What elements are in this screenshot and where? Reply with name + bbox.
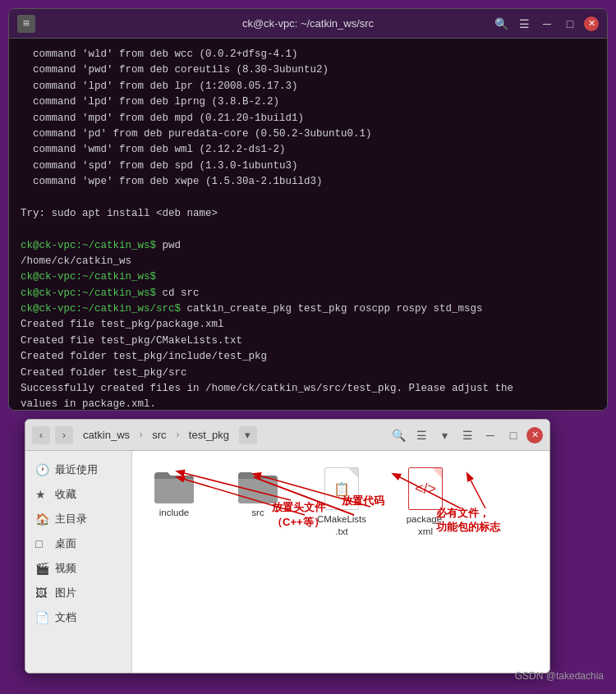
- desktop-icon: □: [35, 537, 48, 550]
- filemanager-window: ‹ › catkin_ws › src › test_pkg ▾ 🔍 ☰ ▾ ☰…: [25, 419, 550, 673]
- sidebar-item-label: 最近使用: [55, 462, 98, 477]
- file-item-cmake[interactable]: 📋 CMakeLists.txt: [312, 467, 371, 538]
- breadcrumb-dropdown[interactable]: ▾: [239, 426, 257, 444]
- terminal-line: Successfully created files in /home/ck/c…: [21, 381, 595, 397]
- sidebar-item-favorites[interactable]: ★ 收藏: [25, 482, 131, 507]
- terminal-line: command 'wld' from deb wcc (0.0.2+dfsg-4…: [21, 47, 595, 62]
- maximize-button[interactable]: □: [561, 15, 579, 33]
- terminal-line: ck@ck-vpc:~/catkin_ws$ pwd: [21, 238, 595, 254]
- maximize-fm-button[interactable]: □: [503, 425, 523, 445]
- terminal-line: Created folder test_pkg/include/test_pkg: [21, 349, 595, 365]
- close-fm-button[interactable]: ✕: [526, 427, 543, 444]
- terminal-line: Created file test_pkg/package.xml: [21, 317, 595, 333]
- minimize-fm-button[interactable]: ─: [480, 425, 500, 445]
- terminal-line: Try: sudo apt install <deb name>: [21, 206, 595, 222]
- back-button[interactable]: ‹: [32, 426, 50, 444]
- terminal-titlebar: ⊞ ck@ck-vpc: ~/catkin_ws/src 🔍 ☰ ─ □ ✕: [9, 9, 607, 39]
- menu-button[interactable]: ☰: [515, 15, 533, 33]
- sidebar-item-label: 视频: [55, 561, 76, 576]
- terminal-line: ck@ck-vpc:~/catkin_ws$ cd src: [21, 286, 595, 301]
- breadcrumb-item-src[interactable]: src: [147, 427, 171, 443]
- file-name-src: src: [251, 507, 264, 519]
- sidebar-item-documents[interactable]: 📄 文档: [25, 605, 131, 630]
- svg-line-9: [467, 474, 485, 508]
- sidebar-item-label: 文档: [55, 610, 76, 625]
- terminal-line: [21, 190, 595, 205]
- recent-icon: 🕐: [35, 463, 48, 476]
- terminal-window: ⊞ ck@ck-vpc: ~/catkin_ws/src 🔍 ☰ ─ □ ✕ c…: [8, 8, 608, 411]
- watermark: GSDN @takedachia: [515, 670, 604, 682]
- sidebar-item-home[interactable]: 🏠 主目录: [25, 507, 131, 531]
- terminal-line: /home/ck/catkin_ws: [21, 254, 595, 269]
- terminal-line: ck@ck-vpc:~/catkin_ws$: [21, 269, 595, 285]
- view-toggle-button[interactable]: ▾: [434, 425, 454, 445]
- sidebar-item-pictures[interactable]: 🖼 图片: [25, 581, 131, 605]
- sidebar-item-label: 图片: [55, 586, 76, 600]
- star-icon: ★: [35, 488, 48, 501]
- breadcrumb-item-testpkg[interactable]: test_pkg: [184, 427, 234, 443]
- terminal-line: command 'mpd' from deb mpd (0.21.20-1bui…: [21, 111, 595, 126]
- view-list-button[interactable]: ☰: [411, 425, 431, 445]
- fm-titlebar: ‹ › catkin_ws › src › test_pkg ▾ 🔍 ☰ ▾ ☰…: [25, 420, 549, 451]
- file-item-src[interactable]: src: [228, 467, 287, 519]
- terminal-icon: ⊞: [17, 15, 35, 33]
- terminal-line: ck@ck-vpc:~/catkin_ws/src$ catkin_create…: [21, 301, 595, 317]
- terminal-line: Created folder test_pkg/src: [21, 365, 595, 381]
- forward-button[interactable]: ›: [55, 426, 73, 444]
- breadcrumb-item-catkin[interactable]: catkin_ws: [78, 427, 135, 443]
- terminal-line: command 'spd' from deb spd (1.3.0-1ubunt…: [21, 159, 595, 174]
- file-item-xml[interactable]: </> package.xml: [396, 467, 455, 538]
- file-item-include[interactable]: include: [145, 467, 204, 519]
- terminal-line: [21, 222, 595, 237]
- sidebar-item-label: 主目录: [55, 512, 87, 526]
- terminal-title: ck@ck-vpc: ~/catkin_ws/src: [242, 17, 374, 30]
- sidebar-item-recent[interactable]: 🕐 最近使用: [25, 457, 131, 482]
- terminal-line: command 'lpd' from deb lpr (1:2008.05.17…: [21, 79, 595, 94]
- home-icon: 🏠: [35, 512, 48, 526]
- fm-sidebar: 🕐 最近使用 ★ 收藏 🏠 主目录 □ 桌面 🎬 视频 🖼 图片: [25, 451, 132, 673]
- terminal-line: command 'wpe' from deb xwpe (1.5.30a-2.1…: [21, 174, 595, 190]
- file-name-xml: package.xml: [407, 513, 445, 538]
- search-tool-button[interactable]: 🔍: [388, 425, 408, 445]
- close-button[interactable]: ✕: [584, 16, 599, 31]
- document-icon: 📄: [35, 611, 48, 624]
- sidebar-item-videos[interactable]: 🎬 视频: [25, 556, 131, 581]
- sidebar-item-label: 桌面: [55, 536, 76, 551]
- terminal-line: command 'wmd' from deb wml (2.12.2-ds1-2…: [21, 142, 595, 158]
- terminal-line: values in package.xml.: [21, 397, 595, 410]
- video-icon: 🎬: [35, 562, 48, 575]
- terminal-line: command 'lpd' from deb lprng (3.8.B-2.2): [21, 94, 595, 110]
- file-name-cmake: CMakeLists.txt: [317, 513, 366, 538]
- breadcrumb: catkin_ws › src › test_pkg ▾: [78, 426, 384, 444]
- menu-tool-button[interactable]: ☰: [457, 425, 477, 445]
- sidebar-item-desktop[interactable]: □ 桌面: [25, 531, 131, 556]
- sidebar-item-label: 收藏: [55, 487, 76, 502]
- folder-icon-include: [153, 467, 195, 503]
- fm-content: include src 📋 CMakeLists.txt: [132, 451, 549, 673]
- terminal-body: command 'wld' from deb wcc (0.0.2+dfsg-4…: [9, 39, 607, 410]
- picture-icon: 🖼: [35, 586, 48, 600]
- fm-body: 🕐 最近使用 ★ 收藏 🏠 主目录 □ 桌面 🎬 视频 🖼 图片: [25, 451, 549, 673]
- terminal-line: command 'pd' from deb puredata-core (0.5…: [21, 126, 595, 142]
- folder-icon-src: [237, 467, 279, 503]
- minimize-button[interactable]: ─: [538, 15, 556, 33]
- terminal-line: command 'pwd' from deb coreutils (8.30-3…: [21, 62, 595, 78]
- file-name-include: include: [159, 507, 189, 519]
- search-button[interactable]: 🔍: [492, 15, 510, 33]
- terminal-line: Created file test_pkg/CMakeLists.txt: [21, 333, 595, 349]
- breadcrumb-sep: ›: [138, 430, 144, 441]
- breadcrumb-sep: ›: [175, 430, 181, 441]
